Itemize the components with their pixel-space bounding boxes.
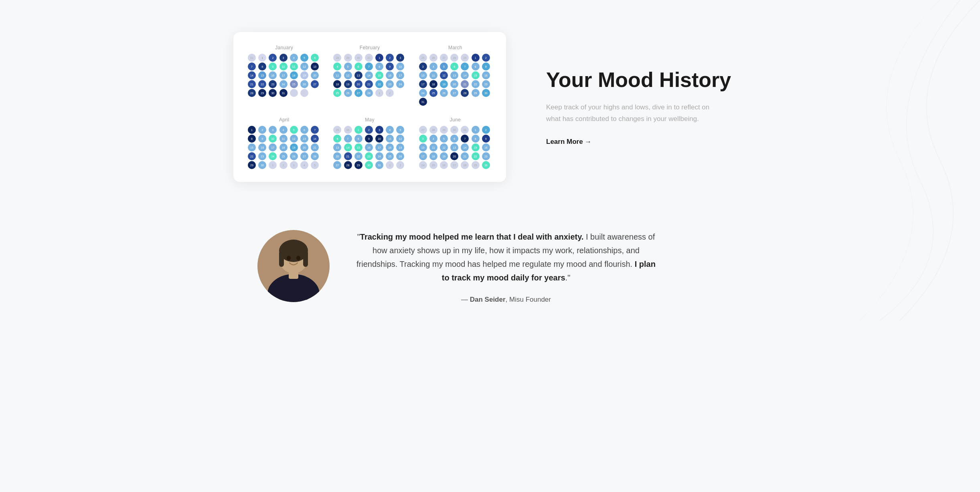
day-cell: 2 xyxy=(482,54,490,62)
day-cell: 27 xyxy=(440,54,448,62)
day-cell: 27 xyxy=(419,126,427,134)
day-cell: 25 xyxy=(386,152,394,160)
day-cell: 11 xyxy=(333,71,341,79)
day-cell: 29 xyxy=(440,126,448,134)
day-cell: 17 xyxy=(375,143,383,151)
day-grid-february: 28 29 30 31 1 2 3 4 5 6 7 8 9 10 xyxy=(333,54,406,97)
day-cell: 8 xyxy=(375,63,383,71)
day-cell: 18 xyxy=(386,143,394,151)
day-cell: 23 xyxy=(269,80,277,88)
day-cell: 27 xyxy=(311,80,319,88)
day-cell: 29 xyxy=(461,54,469,62)
day-cell: 21 xyxy=(311,143,319,151)
day-cell: 25 xyxy=(333,89,341,97)
day-cell: 22 xyxy=(258,80,266,88)
day-cell: 22 xyxy=(354,152,362,160)
day-grid-march: 25 26 27 28 29 1 2 3 4 5 6 7 8 9 xyxy=(419,54,492,106)
day-cell xyxy=(290,89,298,97)
day-cell: 27 xyxy=(450,161,458,169)
day-cell: 1 xyxy=(248,126,256,134)
day-cell: 4 xyxy=(429,135,437,143)
day-cell: 31 xyxy=(248,54,256,62)
day-cell: 8 xyxy=(472,135,480,143)
day-cell: 4 xyxy=(300,161,308,169)
day-cell: 4 xyxy=(279,126,288,134)
top-section: January 31 1 2 3 4 5 6 7 8 9 10 11 xyxy=(233,16,747,214)
day-cell: 7 xyxy=(311,126,319,134)
day-cell: 20 xyxy=(300,143,308,151)
day-cell: 28 xyxy=(461,89,469,97)
learn-more-link[interactable]: Learn More → xyxy=(546,138,591,146)
day-cell: 20 xyxy=(450,80,458,88)
day-cell: 13 xyxy=(450,143,458,151)
author-title: , Misu Founder xyxy=(506,296,551,303)
day-cell: 14 xyxy=(344,143,352,151)
day-cell: 6 xyxy=(300,126,308,134)
day-cell: 3 xyxy=(419,63,427,71)
day-cell: 21 xyxy=(344,152,352,160)
day-cell: 29 xyxy=(472,161,480,169)
day-cell: 28 xyxy=(311,152,319,160)
day-cell: 28 xyxy=(365,89,373,97)
month-name-january: January xyxy=(248,45,320,50)
day-cell: 24 xyxy=(396,80,404,88)
day-cell: 16 xyxy=(269,71,277,79)
day-cell: 25 xyxy=(290,80,298,88)
day-cell: 1 xyxy=(269,161,277,169)
day-cell: 13 xyxy=(311,63,319,71)
day-cell: 15 xyxy=(472,71,480,79)
day-cell: 6 xyxy=(450,135,458,143)
day-cell: 6 xyxy=(311,54,319,62)
day-cell: 7 xyxy=(344,135,352,143)
day-cell: 6 xyxy=(333,135,341,143)
day-cell: 18 xyxy=(290,71,298,79)
day-cell: 10 xyxy=(419,71,427,79)
author-name: Dan Seider xyxy=(470,296,506,303)
day-cell: 11 xyxy=(279,135,288,143)
day-cell: 31 xyxy=(375,161,383,169)
day-cell: 16 xyxy=(258,143,266,151)
day-cell: 22 xyxy=(472,152,480,160)
calendar-card: January 31 1 2 3 4 5 6 7 8 9 10 11 xyxy=(233,32,506,182)
day-cell: 8 xyxy=(472,63,480,71)
right-text-section: Your Mood History Keep track of your hig… xyxy=(546,68,747,146)
day-cell: 20 xyxy=(450,152,458,160)
svg-point-7 xyxy=(287,256,291,260)
day-cell: 6 xyxy=(450,63,458,71)
day-cell: 8 xyxy=(258,63,266,71)
testimonial-author: — Dan Seider, Misu Founder xyxy=(354,296,658,304)
day-cell: 13 xyxy=(450,71,458,79)
day-cell: 7 xyxy=(248,63,256,71)
day-cell: 31 xyxy=(365,54,373,62)
day-cell: 14 xyxy=(248,71,256,79)
day-cell: 31 xyxy=(461,126,469,134)
day-cell: 2 xyxy=(386,89,394,97)
day-cell: 24 xyxy=(419,161,427,169)
testimonial-content: "Tracking my mood helped me learn that I… xyxy=(354,230,658,304)
day-cell: 15 xyxy=(375,71,383,79)
day-cell: 21 xyxy=(248,80,256,88)
day-cell: 18 xyxy=(429,152,437,160)
day-cell: 25 xyxy=(429,161,437,169)
day-cell: 12 xyxy=(300,63,308,71)
day-cell: 13 xyxy=(300,135,308,143)
avatar-container xyxy=(257,230,330,302)
day-cell: 7 xyxy=(461,135,469,143)
day-cell: 10 xyxy=(269,135,277,143)
day-cell: 23 xyxy=(482,152,490,160)
day-cell: 19 xyxy=(300,71,308,79)
day-cell: 28 xyxy=(429,126,437,134)
day-cell: 1 xyxy=(375,54,383,62)
day-cell: 3 xyxy=(419,135,427,143)
testimonial-section: "Tracking my mood helped me learn that I… xyxy=(233,214,747,328)
day-cell: 14 xyxy=(311,135,319,143)
day-cell: 18 xyxy=(333,80,341,88)
day-cell: 22 xyxy=(375,80,383,88)
day-cell: 2 xyxy=(279,161,288,169)
day-cell: 30 xyxy=(354,54,362,62)
day-cell: 1 xyxy=(472,54,480,62)
day-cell: 14 xyxy=(461,71,469,79)
day-cell: 16 xyxy=(386,71,394,79)
day-cell: 19 xyxy=(440,152,448,160)
day-cell: 27 xyxy=(354,89,362,97)
